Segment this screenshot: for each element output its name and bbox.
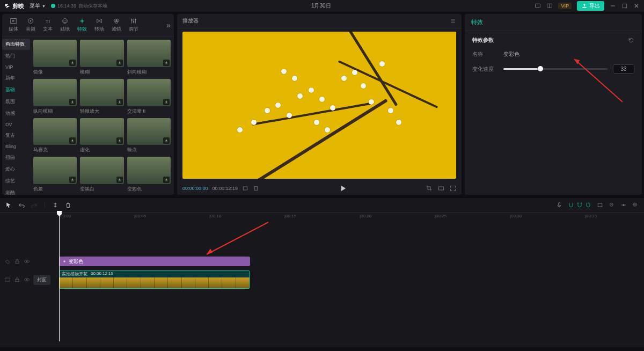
split-icon[interactable] <box>52 202 58 208</box>
effect-item[interactable]: 变彩色 <box>127 157 171 193</box>
tool-tab-audio[interactable]: 音频 <box>23 16 39 34</box>
effect-item[interactable]: 轻微放大 <box>80 79 123 115</box>
maximize-icon[interactable] <box>621 3 628 9</box>
download-icon[interactable] <box>116 60 123 66</box>
effect-item[interactable]: 虚化 <box>80 118 123 154</box>
category-item[interactable]: 复古 <box>2 130 30 141</box>
player-menu-icon[interactable] <box>450 18 456 24</box>
minimize-icon[interactable] <box>610 3 616 9</box>
download-icon[interactable] <box>116 99 123 105</box>
media-icon <box>10 17 17 25</box>
tool-tab-adjust[interactable]: 调节 <box>126 16 142 34</box>
magnet-icon-2[interactable] <box>576 202 583 208</box>
eye-icon[interactable] <box>24 276 30 283</box>
video-track-icon[interactable] <box>4 276 11 283</box>
more-tabs-button[interactable]: » <box>166 21 171 30</box>
preview-toggle-icon[interactable] <box>597 202 603 208</box>
effect-item[interactable]: 纵向模糊 <box>33 79 77 115</box>
category-item[interactable]: 潮酷 <box>2 187 30 195</box>
reset-icon[interactable] <box>628 37 634 43</box>
close-icon[interactable] <box>633 3 640 9</box>
zoom-out-icon[interactable] <box>609 202 615 208</box>
effect-item[interactable]: 马赛克 <box>33 118 77 154</box>
tool-tab-text[interactable]: TI文本 <box>40 16 56 34</box>
shortcut-icon[interactable] <box>535 3 541 9</box>
lock-icon[interactable] <box>14 258 20 265</box>
fx-track-icon[interactable] <box>4 258 11 265</box>
select-tool-icon[interactable] <box>5 202 12 208</box>
category-item[interactable]: DV <box>2 120 30 129</box>
play-button[interactable] <box>339 184 347 193</box>
download-icon[interactable] <box>163 60 170 66</box>
effect-item[interactable]: 变黑白 <box>80 157 123 193</box>
zoom-in-icon[interactable] <box>632 202 639 208</box>
effect-label: 镜像 <box>33 69 77 76</box>
layout-icon[interactable] <box>546 3 553 9</box>
category-item[interactable]: 画面特效 <box>2 39 30 50</box>
timeline-ruler[interactable]: |00:00|00:05|00:10|00:15|00:20|00:25|00:… <box>0 213 644 222</box>
fullscreen-icon[interactable] <box>450 185 456 192</box>
category-item[interactable]: 动感 <box>2 108 30 119</box>
vip-badge[interactable]: VIP <box>558 3 572 9</box>
effect-item[interactable]: 斜向模糊 <box>127 40 171 76</box>
tool-tab-effects[interactable]: 特效 <box>74 16 90 34</box>
category-item[interactable]: 热门 <box>2 50 30 62</box>
ratio-icon-1[interactable] <box>242 185 248 192</box>
download-icon[interactable] <box>69 60 76 66</box>
mic-icon[interactable] <box>556 202 562 208</box>
download-icon[interactable] <box>163 177 170 183</box>
speed-value[interactable]: 33 <box>613 64 634 74</box>
video-clip[interactable]: 实拍植物开花 00:00:12:19 <box>59 270 250 289</box>
effect-clip[interactable]: 变彩色 <box>59 257 250 266</box>
crop-icon[interactable] <box>426 185 433 192</box>
redo-icon[interactable] <box>31 202 38 208</box>
effect-item[interactable]: 噪点 <box>127 118 171 154</box>
effect-item[interactable]: 交清晰 II <box>127 79 171 115</box>
effect-item[interactable]: 镜像 <box>33 40 77 76</box>
effect-name-value: 变彩色 <box>503 50 519 58</box>
menu-button[interactable]: 菜单 ▼ <box>30 2 46 10</box>
download-icon[interactable] <box>116 137 123 144</box>
playhead[interactable] <box>59 213 60 341</box>
download-icon[interactable] <box>69 177 76 183</box>
zoom-slider-icon[interactable] <box>620 202 627 208</box>
download-icon[interactable] <box>163 99 170 105</box>
download-icon[interactable] <box>69 99 76 105</box>
tool-tab-label: 音频 <box>26 26 35 33</box>
ratio-icon-2[interactable] <box>253 185 259 192</box>
effect-item[interactable]: 模糊 <box>80 40 123 76</box>
effect-item[interactable]: 色差 <box>33 157 77 193</box>
speed-slider[interactable] <box>503 68 608 70</box>
inspector-tab[interactable]: 特效 <box>465 14 642 31</box>
category-item[interactable]: Bling <box>2 142 30 151</box>
video-preview[interactable] <box>182 32 456 179</box>
tool-tab-transition[interactable]: 转场 <box>91 16 107 34</box>
undo-icon[interactable] <box>18 202 25 208</box>
tool-tab-filter[interactable]: 滤镜 <box>108 16 125 34</box>
ratio-select-icon[interactable] <box>438 185 444 192</box>
eye-icon[interactable] <box>24 258 30 265</box>
category-item[interactable]: VIP <box>2 62 30 72</box>
category-item[interactable]: 氛围 <box>2 96 30 107</box>
lock-icon[interactable] <box>14 276 20 283</box>
magnet-icon-1[interactable] <box>568 202 574 208</box>
effect-label: 斜向模糊 <box>127 69 171 76</box>
category-item[interactable]: 新年 <box>2 72 30 84</box>
export-button[interactable]: 导出 <box>577 1 604 11</box>
download-icon[interactable] <box>69 137 76 144</box>
category-item[interactable]: 综艺 <box>2 176 30 187</box>
tool-tab-label: 转场 <box>94 26 104 33</box>
tracks-area[interactable]: 封面 变彩色 实拍植物开花 00:00:12:19 <box>0 222 644 347</box>
tool-tab-label: 贴纸 <box>60 26 70 33</box>
magnet-icon-3[interactable] <box>585 202 591 208</box>
app-name: 剪映 <box>12 2 24 10</box>
download-icon[interactable] <box>163 137 170 144</box>
tool-tab-media[interactable]: 媒体 <box>5 16 21 34</box>
category-item[interactable]: 爱心 <box>2 164 30 175</box>
cover-button[interactable]: 封面 <box>33 275 50 285</box>
delete-icon[interactable] <box>65 202 71 208</box>
category-item[interactable]: 扭曲 <box>2 152 30 163</box>
tool-tab-sticker[interactable]: 贴纸 <box>57 16 73 34</box>
category-item[interactable]: 基础 <box>2 84 30 96</box>
download-icon[interactable] <box>116 177 123 183</box>
